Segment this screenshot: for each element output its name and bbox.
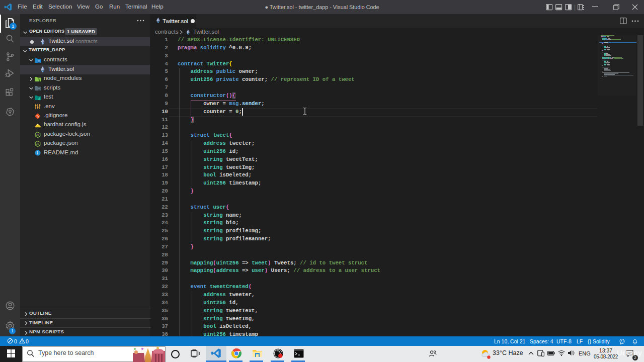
svg-text:JS: JS (36, 142, 40, 145)
svg-text:JS: JS (36, 133, 40, 136)
